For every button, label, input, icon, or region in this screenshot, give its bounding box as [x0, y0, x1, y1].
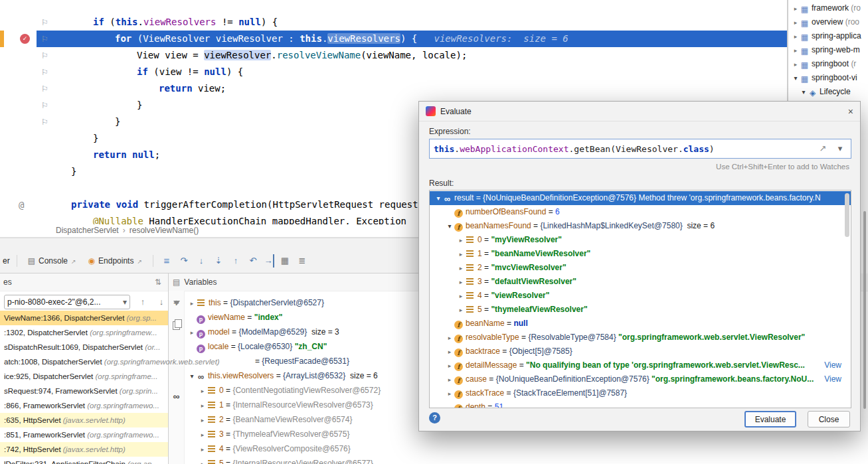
- tab-endpoints[interactable]: Endpoints: [84, 252, 146, 270]
- result-row[interactable]: backtrace = {Object[5]@7585}: [430, 345, 851, 358]
- chevron-right-icon[interactable]: [198, 384, 207, 398]
- chevron-right-icon[interactable]: [456, 234, 466, 247]
- tab-console[interactable]: Console: [24, 252, 80, 270]
- force-step-into-icon[interactable]: [212, 254, 225, 268]
- result-row[interactable]: detailMessage = "No qualifying bean of t…: [430, 358, 851, 372]
- chevron-right-icon[interactable]: [445, 373, 454, 386]
- hamburger-icon[interactable]: [160, 254, 173, 268]
- bookmark-icon[interactable]: [41, 117, 49, 127]
- stack-frame-row[interactable]: atch:1008, DispatcherServlet (org.spring…: [0, 354, 168, 369]
- thread-selector[interactable]: p-nio-8080-exec-2"@6,2...: [4, 295, 130, 309]
- stack-frame-row[interactable]: :851, FrameworkServlet (org.springframew…: [0, 427, 168, 442]
- result-row[interactable]: 0 = "myViewResolver": [430, 233, 851, 247]
- code-line[interactable]: View view = viewResolver.resolveViewName…: [37, 47, 787, 64]
- bookmark-icon[interactable]: [41, 68, 49, 77]
- help-icon[interactable]: [429, 412, 440, 424]
- bookmark-icon[interactable]: [41, 51, 49, 60]
- chevron-right-icon[interactable]: [198, 457, 207, 464]
- chevron-right-icon[interactable]: [456, 262, 466, 275]
- chevron-right-icon[interactable]: [198, 442, 207, 456]
- chevron-down-icon[interactable]: [445, 219, 454, 233]
- evaluate-button[interactable]: Evaluate: [744, 411, 796, 427]
- chevron-down-icon[interactable]: [799, 85, 808, 99]
- chevron-right-icon[interactable]: [198, 398, 207, 412]
- chevron-right-icon[interactable]: [791, 2, 800, 15]
- breadcrumb-class[interactable]: DispatcherServlet: [56, 226, 119, 235]
- expand-icon[interactable]: [816, 142, 829, 155]
- filter-icon[interactable]: [173, 301, 180, 305]
- result-row[interactable]: 4 = "viewResolver": [430, 289, 851, 303]
- step-into-icon[interactable]: [195, 254, 208, 268]
- stack-frame-row[interactable]: sDispatchResult:1069, DispatcherServlet …: [0, 340, 168, 354]
- chevron-right-icon[interactable]: [198, 413, 207, 427]
- chevron-right-icon[interactable]: [187, 296, 197, 310]
- chevron-right-icon[interactable]: [791, 30, 800, 43]
- maven-item[interactable]: framework (ro: [788, 1, 868, 15]
- stack-frame-row[interactable]: ice:925, DispatcherServlet (org.springfr…: [0, 369, 168, 384]
- table-icon[interactable]: [278, 254, 292, 268]
- result-row[interactable]: 5 = "thymeleafViewResolver": [430, 303, 851, 317]
- dropdown-icon[interactable]: [833, 142, 847, 155]
- maven-item[interactable]: overview (roo: [788, 15, 868, 29]
- code-line[interactable]: if (this.viewResolvers != null) {: [37, 14, 787, 31]
- view-link[interactable]: View: [824, 358, 841, 372]
- breakpoint-icon[interactable]: [20, 34, 30, 44]
- view-link[interactable]: View: [824, 372, 841, 386]
- result-row[interactable]: depth = 51: [430, 400, 851, 408]
- chevron-right-icon[interactable]: [445, 359, 454, 372]
- chevron-right-icon[interactable]: [187, 325, 197, 339]
- watches-icon[interactable]: [170, 390, 183, 404]
- result-row[interactable]: stackTrace = {StackTraceElement[51]@7587…: [430, 386, 851, 400]
- chevron-right-icon[interactable]: [445, 387, 454, 400]
- scrollbar[interactable]: [863, 211, 866, 409]
- maven-item[interactable]: springboot (r: [788, 57, 868, 71]
- close-icon[interactable]: [848, 106, 853, 117]
- result-row[interactable]: 3 = "defaultViewResolver": [430, 275, 851, 289]
- chevron-right-icon[interactable]: [791, 16, 800, 29]
- result-row[interactable]: result = {NoUniqueBeanDefinitionExceptio…: [430, 191, 851, 205]
- code-line[interactable]: for (ViewResolver viewResolver : this.vi…: [37, 31, 787, 47]
- bookmark-icon[interactable]: [41, 101, 49, 110]
- chevron-right-icon[interactable]: [445, 345, 454, 358]
- stack-frame-row[interactable]: :742, HttpServlet (javax.servlet.http): [0, 442, 168, 457]
- expression-input[interactable]: this.webApplicationContext.getBean(ViewR…: [429, 139, 851, 159]
- maven-item[interactable]: spring-web-m: [788, 43, 868, 57]
- chevron-right-icon[interactable]: [445, 331, 454, 345]
- stack-frame-row[interactable]: sRequest:974, FrameworkServlet (org.spri…: [0, 384, 168, 398]
- result-row[interactable]: cause = {NoUniqueBeanDefinitionException…: [430, 372, 851, 386]
- chevron-down-icon[interactable]: [791, 71, 800, 85]
- code-line[interactable]: return view;: [37, 80, 787, 97]
- variable-row[interactable]: 5 = {InternalResourceViewResolver@6577}: [185, 456, 868, 464]
- stack-frame-row[interactable]: :635, HttpServlet (javax.servlet.http): [0, 413, 168, 427]
- maven-item[interactable]: spring-applica: [788, 29, 868, 43]
- bookmark-icon[interactable]: [41, 35, 49, 44]
- result-row[interactable]: beanName = null: [430, 317, 851, 331]
- copy-icon[interactable]: [173, 321, 180, 330]
- scrollbar-thumb[interactable]: [845, 193, 849, 237]
- tab-debugger-partial[interactable]: er: [3, 256, 10, 266]
- chevron-right-icon[interactable]: [456, 289, 466, 303]
- stack-frame-row[interactable]: ViewName:1366, DispatcherServlet (org.sp…: [0, 311, 168, 325]
- step-over-icon[interactable]: [177, 254, 191, 268]
- chevron-down-icon[interactable]: [434, 191, 443, 205]
- bookmark-icon[interactable]: [41, 18, 49, 27]
- chevron-down-icon[interactable]: [187, 369, 197, 383]
- variables-options-icon[interactable]: [173, 273, 180, 291]
- chevron-right-icon[interactable]: [456, 248, 466, 261]
- result-row[interactable]: beanNamesFound = {LinkedHashMap$LinkedKe…: [430, 219, 851, 233]
- next-frame-icon[interactable]: [155, 295, 168, 309]
- maven-item[interactable]: Lifecycle: [788, 85, 868, 99]
- close-button[interactable]: Close: [808, 411, 850, 427]
- chevron-right-icon[interactable]: [456, 275, 466, 289]
- variable-row[interactable]: 4 = {ViewResolverComposite@6576}: [185, 441, 868, 456]
- result-row[interactable]: 2 = "mvcViewResolver": [430, 261, 851, 275]
- result-row[interactable]: numberOfBeansFound = 6: [430, 205, 851, 219]
- chevron-right-icon[interactable]: [791, 44, 800, 57]
- chevron-right-icon[interactable]: [198, 427, 207, 441]
- frames-filter-icon[interactable]: [155, 273, 161, 291]
- maven-item[interactable]: springboot-vi: [788, 71, 868, 85]
- result-row[interactable]: 1 = "beanNameViewResolver": [430, 247, 851, 261]
- dialog-titlebar[interactable]: Evaluate: [419, 102, 860, 121]
- stack-frame-row[interactable]: :1302, DispatcherServlet (org.springfram…: [0, 325, 168, 340]
- chevron-right-icon[interactable]: [791, 58, 800, 71]
